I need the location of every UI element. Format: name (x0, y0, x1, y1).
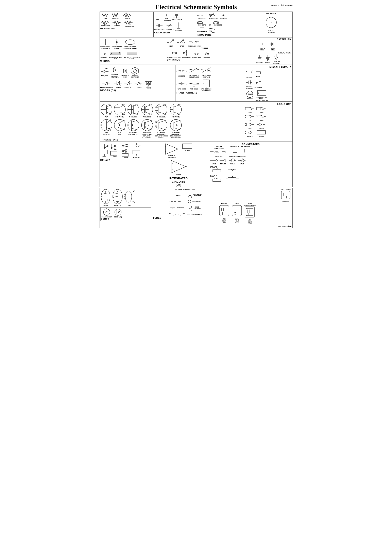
transistor-nchannel-jfet-symbol: G D S (127, 118, 140, 132)
miscellaneous-section: MISCELLANEOUS ANTENNA FUSE (245, 66, 292, 102)
inductors-title: INDUCTORS (197, 34, 249, 36)
svg-text:D: D (165, 104, 166, 106)
svg-line-143 (113, 68, 114, 68)
connector-phone-plug-symbol (241, 147, 251, 155)
connector-240v-female-symbol (280, 190, 292, 200)
inductor-or-symbol (208, 20, 212, 24)
transistor-nchannel-sgmosfet-symbol: G D S (141, 118, 153, 132)
tube-cold-cathode-symbol (188, 205, 192, 211)
svg-text:B2: B2 (123, 104, 125, 106)
svg-line-316 (132, 128, 137, 130)
svg-line-96 (184, 51, 186, 53)
diode-tunnel-symbol (134, 80, 143, 86)
relay-spst-symbol (100, 144, 108, 156)
svg-line-256 (132, 105, 137, 106)
svg-line-257 (132, 113, 137, 114)
diode-zener-symbol (114, 80, 123, 86)
diodes-title: DIODES (D#) (100, 89, 175, 91)
svg-text:E: E (114, 124, 115, 126)
logic-invert-symbol (256, 122, 266, 128)
wiring-title: WIRING (100, 60, 166, 62)
connectors-bottom-label: arrl_symbols01 (219, 225, 292, 227)
connector-common-connections-symbol: LABEL (210, 149, 228, 154)
svg-text:G: G (170, 108, 171, 110)
svg-line-337 (159, 121, 166, 123)
connector-120v-male-symbol (231, 205, 242, 217)
inductor-rfc-symbol: RFC (208, 26, 219, 32)
svg-text:D: D (151, 104, 152, 106)
tube-crt-symbol (124, 188, 135, 205)
diode-led-symbol (100, 68, 109, 75)
transistor-pchannel-dgmosfet-symbol: G2 G1 D S (155, 103, 168, 116)
svg-point-93 (186, 52, 187, 54)
logic-nor-symbol (256, 114, 268, 120)
connectors-section: CONNECTORS COMMONCONNECTIONS LABEL PHONE… (209, 142, 292, 187)
svg-rect-422 (133, 150, 140, 154)
connector-chassis-mount-symbol (244, 206, 255, 218)
svg-text:+: + (270, 41, 271, 43)
ic-section: GENERALAMPLIFIER OTHER + − OP AMP (148, 142, 209, 187)
svg-text:B1: B1 (123, 129, 125, 131)
ic-general-amp-symbol (165, 143, 179, 155)
svg-text:C: C (110, 119, 111, 121)
svg-text:MOT: MOT (248, 93, 253, 96)
svg-marker-158 (105, 82, 108, 85)
svg-text:G: G (141, 124, 143, 126)
svg-text:S: S (179, 113, 180, 115)
svg-rect-522 (219, 205, 229, 216)
svg-rect-398 (111, 151, 117, 155)
svg-marker-152 (133, 71, 137, 73)
switches-title: SWITCHES (167, 58, 243, 61)
transistors-section: C B E PNP B2 E B1 P-CHANNEL (100, 102, 244, 142)
svg-text:G: G (128, 108, 129, 110)
svg-line-76 (180, 40, 183, 42)
lamp-neon-symbol (113, 208, 122, 216)
svg-point-39 (223, 15, 224, 16)
inductor-ferritebead-symbol (197, 27, 207, 31)
svg-line-350 (174, 128, 180, 130)
capacitor-splitstator-symbol (173, 13, 181, 19)
tube-pentode-symbol (112, 188, 123, 205)
transistor-pchannel-jfet-symbol: G D S (127, 103, 140, 116)
svg-line-325 (145, 121, 151, 123)
connector-multiple-movable-symbol (210, 168, 224, 173)
resistor-fixed-symbol (100, 13, 110, 17)
ic-title: INTEGRATEDCIRCUITS(U#) (149, 177, 208, 187)
switch-normally-open-symbol (189, 38, 200, 45)
capacitor-nonpolarized-symbol (163, 12, 171, 18)
diode-rectifier-symbol (102, 80, 111, 86)
svg-point-500 (115, 209, 121, 215)
svg-text:G: G (141, 108, 143, 110)
transistor-nchannel-dgmosfet-symbol: G2 G1 D S (155, 118, 168, 132)
ground-earth-symbol (264, 55, 271, 62)
svg-line-516 (178, 215, 181, 215)
svg-text:D: D (179, 119, 181, 121)
svg-point-456 (241, 159, 244, 162)
batteries-grounds-section: BATTERIES + SINGLECELL (244, 37, 292, 65)
meter-note: * = V, mV,A, mA, mA (251, 30, 292, 33)
svg-point-94 (186, 55, 187, 56)
tube-cathode-symbol (169, 206, 176, 210)
svg-line-71 (170, 40, 173, 42)
resistor-photo-symbol (122, 12, 132, 18)
transformers-section: AIR CORE ADJUSTABLEINDUCTANCE (176, 66, 245, 102)
connector-120v-female-symbol (219, 205, 230, 217)
svg-point-457 (242, 160, 243, 161)
quartz-crystal-symbol (246, 79, 253, 86)
connector-multiple-fixed-symbol (210, 178, 224, 183)
svg-text:Z: Z (258, 92, 259, 94)
svg-line-315 (132, 121, 137, 122)
fuse-symbol (254, 70, 263, 76)
transistor-npn-symbol: C B E (100, 118, 112, 132)
svg-text:E: E (110, 129, 111, 131)
tube-grid-symbol (169, 200, 176, 203)
svg-marker-429 (171, 160, 186, 173)
svg-text:*: * (271, 21, 272, 24)
ic-other-symbol (182, 143, 192, 149)
tube-heater-symbol (187, 192, 192, 198)
svg-line-515 (173, 215, 176, 215)
svg-rect-526 (232, 205, 242, 216)
inductor-aircore-symbol (197, 13, 207, 17)
svg-rect-463 (228, 167, 236, 169)
svg-text:S: S (179, 129, 180, 131)
